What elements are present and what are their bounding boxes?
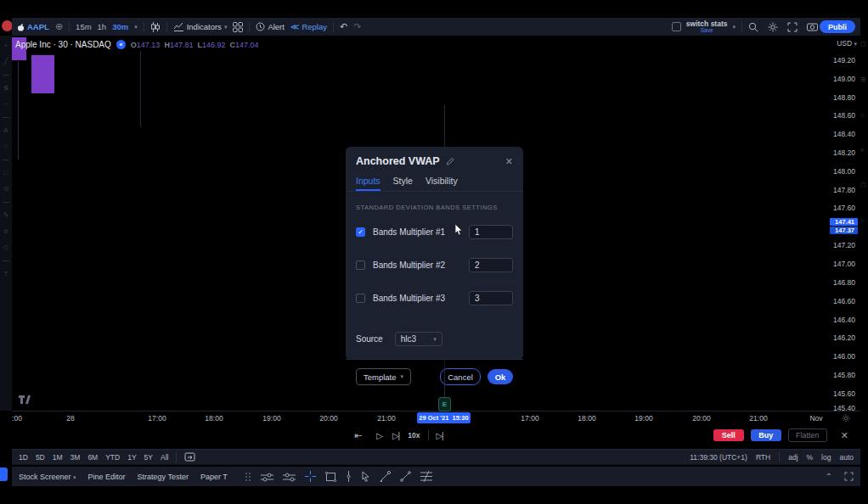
lock-tool-icon[interactable]: # <box>4 228 8 235</box>
tree-tool-icon[interactable]: T <box>4 271 8 277</box>
fib-retracement-icon[interactable] <box>420 471 432 482</box>
camera-snapshot-icon[interactable] <box>807 22 818 31</box>
text-tool-icon[interactable]: A <box>3 127 8 134</box>
bands-3-checkbox[interactable] <box>356 294 365 303</box>
timeframe-30m[interactable]: 30m <box>112 22 128 31</box>
undo-icon[interactable]: ↶ <box>340 21 347 32</box>
replay-paused-icon[interactable]: « <box>116 40 126 49</box>
tab-strategy-tester[interactable]: Strategy Tester <box>138 473 189 481</box>
shape-tool-icon[interactable]: ○ <box>4 143 8 150</box>
panel-maximize-icon[interactable] <box>844 472 854 481</box>
chart-legend[interactable]: Apple Inc · 30 · NASDAQ « O147.13 H147.8… <box>15 40 258 49</box>
redo-icon[interactable]: ↷ <box>353 21 361 32</box>
auto-toggle[interactable]: auto <box>839 453 854 462</box>
compare-add-icon[interactable]: ⊕ <box>55 21 63 32</box>
timeframe-15m[interactable]: 15m <box>76 22 91 31</box>
trendline-icon[interactable] <box>400 471 411 482</box>
alert-button[interactable]: Alert <box>256 22 285 31</box>
drag-handle-icon[interactable] <box>245 472 251 482</box>
clock-label[interactable]: 11:39:30 (UTC+1) <box>690 453 747 462</box>
bands-3-input[interactable] <box>469 291 513 305</box>
magnet-tool-icon[interactable]: ✎ <box>3 212 9 219</box>
price-axis[interactable]: USD ▾ 149.20 149.00 148.80 148.60 148.40… <box>829 36 860 411</box>
tab-pine-editor[interactable]: Pine Editor <box>88 473 126 481</box>
dialog-close-icon[interactable]: ✕ <box>505 156 513 167</box>
fullscreen-icon[interactable] <box>787 22 798 32</box>
time-axis[interactable]: :00 28 17:00 18:00 19:00 20:00 21:00 29 … <box>12 411 860 425</box>
bands-1-checkbox[interactable]: ✓ <box>356 227 365 237</box>
panel-collapse-chevron-icon[interactable]: ⌃ <box>826 472 832 481</box>
range-all[interactable]: All <box>161 453 168 462</box>
cancel-button[interactable]: Cancel <box>440 368 481 385</box>
tab-visibility[interactable]: Visibility <box>426 176 458 191</box>
axis-settings-gear-icon[interactable] <box>842 414 850 423</box>
edit-pencil-icon[interactable] <box>446 157 454 165</box>
bands-2-input[interactable] <box>469 258 513 272</box>
replay-step-forward-icon[interactable]: ▷| <box>392 431 399 440</box>
close-trade-panel-icon[interactable]: ✕ <box>841 430 848 441</box>
settings-gear-icon[interactable] <box>768 22 778 32</box>
earnings-event-badge[interactable]: E <box>438 397 451 412</box>
tab-inputs[interactable]: Inputs <box>356 176 380 191</box>
range-6m[interactable]: 6M <box>87 453 98 462</box>
range-3m[interactable]: 3M <box>70 453 81 462</box>
symbol-button[interactable]: AAPL <box>17 22 49 31</box>
range-1d[interactable]: 1D <box>19 453 28 462</box>
timeframe-1h[interactable]: 1h <box>98 22 107 31</box>
percent-toggle[interactable]: % <box>807 453 814 462</box>
switch-stats-checkbox[interactable] <box>672 22 681 31</box>
indicators-button[interactable]: Indicators ▾ <box>173 22 228 31</box>
tab-style[interactable]: Style <box>393 176 413 191</box>
tab-paper-trading[interactable]: Paper T <box>200 473 228 481</box>
template-button[interactable]: Template ▾ <box>356 368 411 385</box>
publish-button[interactable]: Publi <box>820 20 855 33</box>
tab-stock-screener[interactable]: Stock Screener ▾ <box>19 473 76 481</box>
flatten-button[interactable]: Flatten <box>788 428 827 442</box>
currency-selector[interactable]: USD ▾ <box>837 39 857 48</box>
bands-1-input[interactable] <box>469 225 513 239</box>
rectangle-tool-icon[interactable] <box>325 472 336 482</box>
replay-button[interactable]: ≪ Replay <box>290 22 327 31</box>
chart-type-candles-icon[interactable] <box>150 22 161 32</box>
sell-button[interactable]: Sell <box>713 429 744 441</box>
replay-play-icon[interactable]: ▷ <box>376 431 382 440</box>
sliders-icon[interactable] <box>261 472 273 482</box>
search-icon[interactable] <box>748 22 758 32</box>
buy-button[interactable]: Buy <box>751 429 781 441</box>
pen-tool-icon[interactable] <box>380 471 391 482</box>
fib-tool-icon[interactable]: ≶ <box>3 85 9 92</box>
range-ytd[interactable]: YTD <box>105 453 120 462</box>
cursor-arrow-icon[interactable] <box>361 471 370 482</box>
range-5y[interactable]: 5Y <box>144 453 153 462</box>
drawing-toolbar-left[interactable]: + ╱ ≶ ~ A ○ □ ⊙ ✎ # ◇ T <box>0 36 12 411</box>
go-to-date-icon[interactable] <box>184 452 195 462</box>
log-toggle[interactable]: log <box>821 453 831 462</box>
session-label[interactable]: RTH <box>756 453 770 462</box>
support-chat-icon[interactable] <box>0 468 8 481</box>
crosshair-tool-icon[interactable]: + <box>4 42 8 49</box>
measure-tool-icon[interactable]: □ <box>4 170 8 176</box>
pattern-tool-icon[interactable]: ~ <box>4 101 8 108</box>
range-1m[interactable]: 1M <box>53 453 63 462</box>
adjust-toggle[interactable]: adj <box>788 453 798 462</box>
replay-speed-button[interactable]: 10x <box>408 431 420 440</box>
zoom-tool-icon[interactable]: ⊙ <box>3 186 9 193</box>
trendline-tool-icon[interactable]: ╱ <box>4 59 8 65</box>
replay-jump-end-icon[interactable]: ▷| <box>436 431 442 440</box>
floating-drawing-toolbar[interactable] <box>245 471 432 482</box>
sliders-alt-icon[interactable] <box>283 472 296 482</box>
source-select[interactable]: hlc3 ▾ <box>395 332 442 346</box>
range-1y[interactable]: 1Y <box>127 453 136 462</box>
switch-stats-control[interactable]: switch stats Save ▾ <box>672 20 736 34</box>
layout-grid-icon[interactable] <box>233 22 243 32</box>
bands-2-checkbox[interactable] <box>356 260 365 270</box>
crosshair-icon[interactable] <box>305 471 316 482</box>
replay-jump-start-icon[interactable]: ⇤ <box>354 430 361 441</box>
save-label[interactable]: Save <box>701 27 713 34</box>
vertical-line-tool-icon[interactable] <box>346 471 352 482</box>
ok-button[interactable]: Ok <box>488 369 513 384</box>
hide-tool-icon[interactable]: ◇ <box>3 244 8 251</box>
range-5d[interactable]: 5D <box>36 453 45 462</box>
dialog-header[interactable]: Anchored VWAP ✕ <box>346 147 523 172</box>
timeframe-chevron-icon[interactable]: ▾ <box>134 24 138 31</box>
